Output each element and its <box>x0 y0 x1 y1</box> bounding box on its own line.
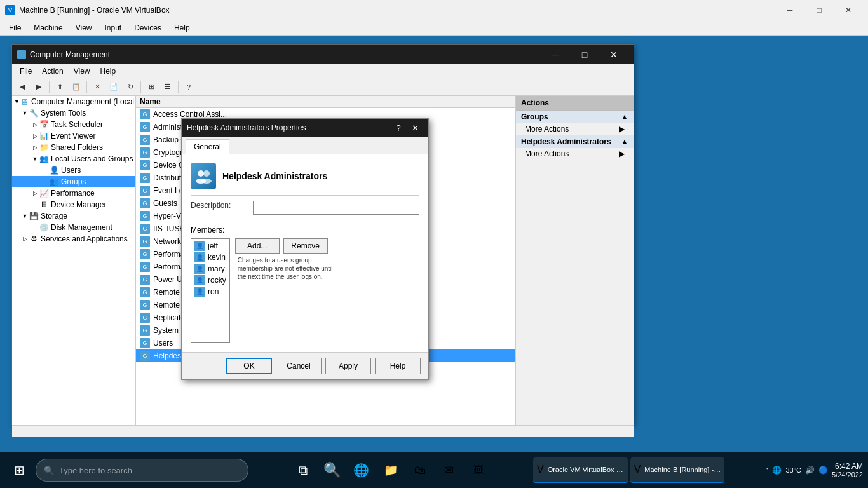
cancel-btn[interactable]: Cancel <box>276 358 322 374</box>
description-input[interactable] <box>253 201 419 215</box>
toolbar-show-btn[interactable]: 📋 <box>69 80 84 94</box>
actions-groups-more-arrow: ▶ <box>619 125 625 133</box>
taskbar-photos-btn[interactable]: 🖼 <box>465 456 492 484</box>
actions-groups-section[interactable]: Groups ▲ <box>516 110 634 123</box>
cm-menu-view[interactable]: View <box>69 64 95 78</box>
volume-icon[interactable]: 🔊 <box>805 466 815 475</box>
vbox-close-btn[interactable]: ✕ <box>834 0 863 20</box>
actions-helpdesk-section[interactable]: Helpdesk Administrators ▲ <box>516 135 634 148</box>
group-icon-helpdesk: G <box>140 351 150 361</box>
dialog-group-icon <box>191 163 216 189</box>
cm-minimize-btn[interactable]: ─ <box>541 45 570 64</box>
taskbar-app-vbox-manager[interactable]: V Oracle VM VirtualBox Manager <box>533 458 628 483</box>
cm-statusbar <box>12 425 634 437</box>
dialog-help-icon-btn[interactable]: ? <box>390 119 407 137</box>
list-item-label: Access Control Assi... <box>153 110 227 119</box>
cm-close-btn[interactable]: ✕ <box>599 45 628 64</box>
add-member-btn[interactable]: Add... <box>235 238 280 254</box>
member-mary[interactable]: 👤 mary <box>193 263 228 274</box>
toolbar-back-btn[interactable]: ◀ <box>15 80 30 94</box>
vbox-menu-file[interactable]: File <box>3 20 27 36</box>
tree-label-services: Services and Applications <box>41 234 128 243</box>
cm-maximize-btn[interactable]: □ <box>570 45 599 64</box>
member-jeff[interactable]: 👤 jeff <box>193 240 228 252</box>
vbox-menu-machine[interactable]: Machine <box>27 20 69 36</box>
taskbar-app-vbox-running-label: Machine B [Running] - Oracle VM ... <box>644 466 721 473</box>
member-rocky[interactable]: 👤 rocky <box>193 274 228 286</box>
start-button[interactable]: ⊞ <box>5 456 33 484</box>
toolbar-list-btn[interactable]: ☰ <box>160 80 175 94</box>
members-buttons-row: Add... Remove <box>235 238 328 254</box>
toolbar-help-btn[interactable]: ? <box>181 80 196 94</box>
toolbar-up-btn[interactable]: ⬆ <box>52 80 67 94</box>
taskbar-mail-btn[interactable]: ✉ <box>435 456 463 484</box>
apply-btn[interactable]: Apply <box>325 358 371 374</box>
member-kevin[interactable]: 👤 kevin <box>193 252 228 263</box>
clock[interactable]: 6:42 AM 5/24/2022 <box>832 462 863 478</box>
toolbar-export-btn[interactable]: ⊞ <box>144 80 159 94</box>
vbox-maximize-btn[interactable]: □ <box>804 0 834 20</box>
tree-system-tools[interactable]: ▼ 🔧 System Tools <box>12 107 135 119</box>
taskbar-app-vbox-label: Oracle VM VirtualBox Manager <box>548 466 624 473</box>
tray-expand-btn[interactable]: ^ <box>765 466 768 474</box>
taskbar-store-btn[interactable]: 🛍 <box>406 456 434 484</box>
tree-disk-mgmt[interactable]: 💿 Disk Management <box>12 222 135 233</box>
vbox-menu-help[interactable]: Help <box>168 20 196 36</box>
tree-storage[interactable]: ▼ 💾 Storage <box>12 210 135 222</box>
taskbar-files-btn[interactable]: 📁 <box>377 456 405 484</box>
list-item-label: Users <box>153 339 173 348</box>
tree-task-scheduler[interactable]: ▷ 📅 Task Scheduler <box>12 119 135 130</box>
member-icon-mary: 👤 <box>194 264 205 274</box>
search-icon: 🔍 <box>44 466 54 475</box>
tree-root[interactable]: ▼ 🖥 Computer Management (Local <box>12 96 135 107</box>
cm-menu-file[interactable]: File <box>15 64 37 78</box>
taskview-btn[interactable]: ⧉ <box>289 456 317 484</box>
temperature-display: 33°C <box>785 466 801 474</box>
taskbar-app-vbox-running[interactable]: V Machine B [Running] - Oracle VM ... <box>630 458 725 483</box>
ok-btn[interactable]: OK <box>226 358 272 374</box>
member-icon-rocky: 👤 <box>194 275 205 285</box>
tree-shared-folders[interactable]: ▷ 📁 Shared Folders <box>12 142 135 153</box>
search-bar[interactable]: 🔍 Type here to search <box>36 459 248 482</box>
actions-helpdesk-more[interactable]: More Actions ▶ <box>516 148 634 159</box>
tree-performance[interactable]: ▷ 📈 Performance <box>12 187 135 199</box>
vbox-menu-input[interactable]: Input <box>98 20 128 36</box>
tree-icon-device: 🖥 <box>39 200 49 210</box>
vbox-manager-icon: V <box>537 464 544 475</box>
group-icon: G <box>140 198 150 208</box>
cm-menu-action[interactable]: Action <box>37 64 68 78</box>
groups-list-header: Name <box>136 96 515 108</box>
tree-label-perf: Performance <box>51 189 95 198</box>
tree-users[interactable]: 👤 Users <box>12 165 135 176</box>
help-btn[interactable]: Help <box>375 358 421 374</box>
cm-tree: ▼ 🖥 Computer Management (Local ▼ 🔧 Syste… <box>12 96 136 425</box>
tree-event-viewer[interactable]: ▷ 📊 Event Viewer <box>12 130 135 142</box>
cm-menu-help[interactable]: Help <box>95 64 121 78</box>
vbox-minimize-btn[interactable]: ─ <box>775 0 804 20</box>
tree-icon-storage: 💾 <box>29 211 39 221</box>
tree-local-users[interactable]: ▼ 👥 Local Users and Groups <box>12 153 135 165</box>
network-icon[interactable]: 🌐 <box>772 466 782 475</box>
toolbar-prop-btn[interactable]: 📄 <box>106 80 121 94</box>
tree-device-manager[interactable]: 🖥 Device Manager <box>12 199 135 210</box>
tab-general[interactable]: General <box>186 139 229 154</box>
toolbar-forward-btn[interactable]: ▶ <box>31 80 46 94</box>
tree-groups[interactable]: 👥 Groups <box>12 176 135 187</box>
tree-label-system: System Tools <box>41 109 86 118</box>
taskbar-center: ⧉ 🔍 🌐 📁 🛍 ✉ 🖼 <box>289 456 492 484</box>
toolbar-refresh-btn[interactable]: ↻ <box>123 80 138 94</box>
tree-services[interactable]: ▷ ⚙ Services and Applications <box>12 233 135 245</box>
taskbar-search-btn[interactable]: 🔍 <box>318 456 346 484</box>
vm-viewport: Computer Management ─ □ ✕ File Action Vi… <box>0 36 868 452</box>
list-item-label: Guests <box>153 199 177 208</box>
vbox-menu-devices[interactable]: Devices <box>128 20 168 36</box>
bluetooth-icon[interactable]: 🔵 <box>818 466 828 475</box>
group-icon: G <box>140 160 150 170</box>
taskbar-edge-btn[interactable]: 🌐 <box>348 456 376 484</box>
vbox-menu-view[interactable]: View <box>69 20 98 36</box>
dialog-close-btn[interactable]: ✕ <box>407 119 423 137</box>
toolbar-delete-btn[interactable]: ✕ <box>90 80 105 94</box>
member-ron[interactable]: 👤 ron <box>193 286 228 297</box>
remove-member-btn[interactable]: Remove <box>283 238 328 254</box>
actions-groups-more[interactable]: More Actions ▶ <box>516 123 634 135</box>
